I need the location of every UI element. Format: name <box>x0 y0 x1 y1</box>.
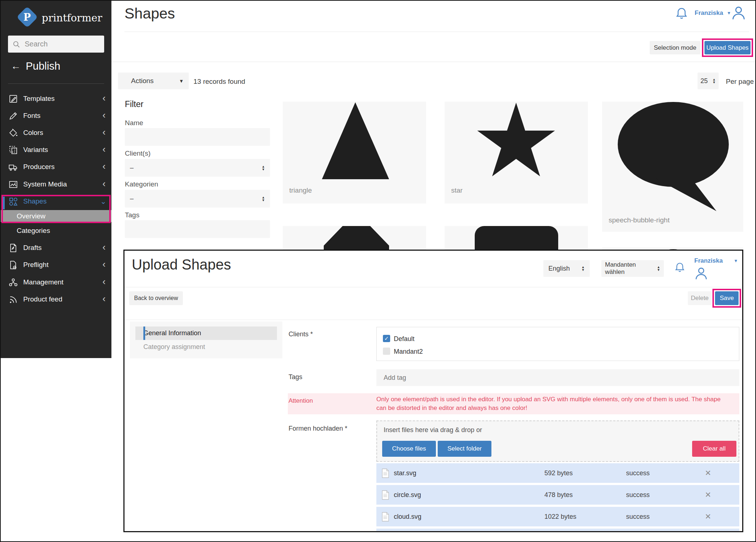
remove-file-icon[interactable]: ✕ <box>705 512 711 521</box>
upload-shapes-button[interactable]: Upload Shapes <box>704 41 751 54</box>
file-status: success <box>626 513 650 521</box>
sidebar-item-producers[interactable]: Producers ‹ <box>1 159 111 175</box>
triangle-shape-icon <box>322 102 389 179</box>
actions-dropdown[interactable]: Actions ▼ <box>118 73 189 89</box>
sidebar-search[interactable] <box>8 36 104 53</box>
speech-bubble-shape-icon <box>616 102 732 214</box>
filter-categories-label: Kategorien <box>125 180 158 188</box>
chevron-left-icon: ‹ <box>102 277 106 286</box>
checkbox-mandant2-unchecked[interactable] <box>383 348 390 355</box>
user-menu[interactable]: Franziska ▼ <box>695 9 731 17</box>
tab-category-assignment[interactable]: Category assignment <box>143 343 205 351</box>
fonts-icon <box>8 111 18 121</box>
sidebar-item-shapes[interactable]: Shapes ⌄ <box>1 193 111 210</box>
uploaded-file-row: cloud.svg 1022 bytes success ✕ <box>376 507 739 526</box>
sidebar-item-label: Producers <box>23 163 55 171</box>
language-select[interactable]: English ▲▼ <box>543 260 590 277</box>
filter-categories-value: – <box>130 195 134 202</box>
notifications-bell-icon[interactable] <box>674 261 686 276</box>
filter-categories-select[interactable]: – ▲▼ <box>125 190 270 208</box>
notifications-bell-icon[interactable] <box>674 6 689 23</box>
clear-all-button[interactable]: Clear all <box>692 441 736 457</box>
toolbar-divider <box>111 62 756 62</box>
sidebar-item-system-media[interactable]: System Media ‹ <box>1 176 111 193</box>
app-window: P printformer ← Publish Templates ‹ Font… <box>0 0 756 542</box>
modal-tabs-panel: General Information Category assignment <box>130 321 282 358</box>
records-found-label: 13 records found <box>193 78 245 86</box>
filter-name-input[interactable] <box>125 128 270 146</box>
attention-label: Attention <box>289 397 313 405</box>
filter-clients-select[interactable]: – ▲▼ <box>125 159 270 177</box>
file-icon <box>381 512 389 522</box>
tags-input[interactable] <box>376 369 739 386</box>
active-item-indicator <box>3 197 5 209</box>
user-name-label: Franziska <box>694 257 723 264</box>
chevron-left-icon: ‹ <box>102 144 106 154</box>
sidebar-item-fonts[interactable]: Fonts ‹ <box>1 107 111 124</box>
sidebar-item-categories[interactable]: Categories <box>1 224 111 237</box>
per-page-select[interactable]: 25 ▲▼ <box>698 73 719 89</box>
user-avatar-icon[interactable] <box>730 4 747 23</box>
add-tag-field[interactable] <box>383 374 530 382</box>
filter-tags-input[interactable] <box>125 220 270 238</box>
choose-files-button[interactable]: Choose files <box>382 441 436 457</box>
sidebar-subitem-label: Overview <box>17 212 45 220</box>
uploaded-file-row: star.svg 592 bytes success ✕ <box>376 463 739 483</box>
sidebar-item-label: Shapes <box>23 197 46 205</box>
back-to-overview-button[interactable]: Back to overview <box>129 291 183 305</box>
shape-card-star[interactable]: star <box>445 102 588 204</box>
selection-mode-button[interactable]: Selection mode <box>650 41 700 54</box>
star-shape-icon <box>474 102 559 184</box>
save-button[interactable]: Save <box>715 291 739 305</box>
page-title: Shapes <box>124 5 175 22</box>
sidebar-item-label: Management <box>23 278 64 286</box>
tab-general-information[interactable]: General Information <box>135 327 277 340</box>
shape-card-label: speech-bubble-right <box>609 216 670 224</box>
sidebar-item-variants[interactable]: Variants ‹ <box>1 141 111 158</box>
chevron-left-icon: ‹ <box>102 161 106 171</box>
delete-label: Delete <box>691 295 708 302</box>
sidebar-item-colors[interactable]: Colors ‹ <box>1 124 111 141</box>
chevron-left-icon: ‹ <box>102 127 106 137</box>
modal-user-menu[interactable]: Franziska ▼ <box>694 257 738 264</box>
user-avatar-icon[interactable] <box>694 266 709 283</box>
sidebar-item-label: System Media <box>23 180 67 188</box>
upload-shapes-modal: Upload Shapes English ▲▼ Mandanten wähle… <box>123 250 743 532</box>
filter-name-label: Name <box>125 119 143 127</box>
language-value: English <box>548 265 570 272</box>
sidebar-back-publish[interactable]: ← Publish <box>11 60 60 72</box>
sidebar-item-label: Fonts <box>23 112 41 120</box>
header-divider <box>124 32 749 32</box>
delete-button[interactable]: Delete <box>688 291 712 305</box>
publish-label: Publish <box>26 60 60 72</box>
sidebar-item-management[interactable]: Management ‹ <box>1 274 111 291</box>
clear-all-label: Clear all <box>703 445 726 452</box>
sidebar-item-product-feed[interactable]: Product feed ‹ <box>1 291 111 308</box>
management-icon <box>8 277 18 287</box>
shape-card-speech-bubble[interactable]: speech-bubble-right <box>602 102 743 232</box>
select-folder-button[interactable]: Select folder <box>438 441 491 457</box>
tags-label: Tags <box>289 373 302 381</box>
sidebar-item-preflight[interactable]: Preflight ‹ <box>1 256 111 273</box>
remove-file-icon[interactable]: ✕ <box>705 469 711 477</box>
filter-clients-label: Client(s) <box>125 149 151 157</box>
sidebar-item-label: Drafts <box>23 244 42 252</box>
caret-down-icon: ▼ <box>733 258 738 263</box>
sidebar-item-overview[interactable]: Overview <box>1 210 111 222</box>
remove-file-icon[interactable]: ✕ <box>705 490 711 499</box>
brand-name: printformer <box>42 12 102 24</box>
checkbox-default-checked[interactable]: ✓ <box>383 335 390 342</box>
shape-card-triangle[interactable]: triangle <box>283 102 426 204</box>
per-page-label: Per page <box>726 78 754 86</box>
attention-text: Only one element/path is used in the edi… <box>376 395 730 412</box>
file-icon <box>381 490 389 500</box>
sidebar-item-templates[interactable]: Templates ‹ <box>1 90 111 107</box>
file-dropzone[interactable]: Insert files here via drag & drop or Cho… <box>376 420 739 462</box>
sidebar-item-drafts[interactable]: Drafts ‹ <box>1 239 111 256</box>
sidebar-item-label: Product feed <box>23 295 62 303</box>
search-input[interactable] <box>24 40 94 49</box>
sidebar-divider <box>8 83 104 84</box>
file-status: success <box>626 491 650 499</box>
client-select[interactable]: Mandanten wählen ▲▼ <box>601 260 664 277</box>
chevron-left-icon: ‹ <box>102 259 106 269</box>
